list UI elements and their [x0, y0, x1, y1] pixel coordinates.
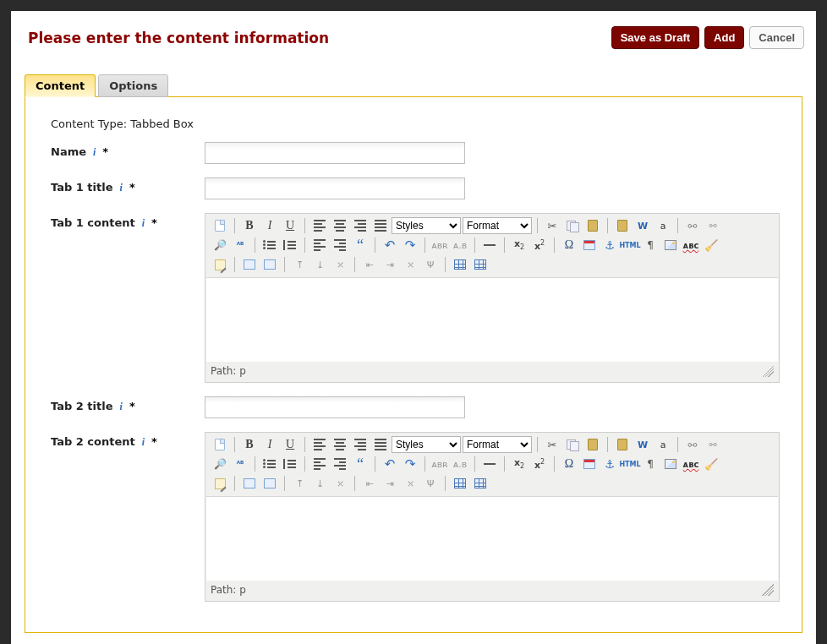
tab1-title-input[interactable] [205, 177, 465, 199]
undo-icon[interactable]: ↶ [381, 456, 399, 472]
row-delete-icon[interactable]: ⤫ [331, 256, 349, 273]
col-delete-icon[interactable]: ⤬ [401, 256, 419, 273]
cell-props-icon[interactable] [240, 475, 259, 492]
rte-editor-area[interactable] [206, 496, 778, 581]
underline-icon[interactable]: U [281, 217, 299, 234]
cell-props-icon[interactable] [240, 256, 259, 273]
editcss-icon[interactable] [211, 256, 229, 273]
align-right-icon[interactable] [351, 217, 370, 234]
col-before-icon[interactable]: ⇤ [360, 256, 379, 273]
insertdate-icon[interactable] [580, 237, 599, 254]
rte-editor-area[interactable] [206, 277, 778, 362]
align-full-icon[interactable] [371, 436, 390, 453]
link-icon[interactable]: ⚯ [683, 436, 702, 453]
split-icon[interactable]: Ψ [421, 256, 440, 273]
rte-path-value[interactable]: p [239, 365, 246, 377]
info-icon[interactable]: i [120, 182, 123, 194]
find-icon[interactable]: 🔎 [211, 456, 229, 472]
newdoc-icon[interactable] [211, 217, 229, 234]
insert-image-icon[interactable] [661, 456, 680, 472]
anchor-icon[interactable]: ⚓ [600, 237, 619, 254]
outdent-icon[interactable] [310, 237, 329, 254]
redo-icon[interactable]: ↷ [401, 456, 419, 472]
tab2-title-input[interactable] [205, 396, 465, 418]
cleanup-icon[interactable]: 🧹 [702, 456, 720, 472]
redo-icon[interactable]: ↷ [401, 237, 419, 254]
add-button[interactable]: Add [704, 26, 744, 49]
blockquote-icon[interactable]: “ [351, 237, 370, 254]
html-icon[interactable]: HTML [621, 237, 639, 254]
replace-icon[interactable]: ᴬᴮ [231, 237, 249, 254]
info-icon[interactable]: i [120, 401, 123, 413]
undo-icon[interactable]: ↶ [381, 237, 399, 254]
indent-icon[interactable] [331, 456, 349, 472]
rte-path-value[interactable]: p [239, 584, 246, 596]
col-after-icon[interactable]: ⇥ [381, 475, 399, 492]
unordered-list-icon[interactable] [260, 456, 279, 472]
resize-grip-icon[interactable] [762, 584, 774, 596]
ordered-list-icon[interactable] [281, 456, 299, 472]
align-right-icon[interactable] [351, 436, 370, 453]
info-icon[interactable]: i [93, 146, 96, 159]
paste-word-icon[interactable]: W [633, 436, 652, 453]
cancel-button[interactable]: Cancel [749, 26, 804, 49]
bold-icon[interactable]: B [240, 436, 259, 453]
name-input[interactable] [205, 142, 465, 164]
newdoc-icon[interactable] [211, 436, 229, 453]
copy-icon[interactable] [563, 217, 582, 234]
format-select[interactable]: Format [463, 217, 532, 234]
tab-content[interactable]: Content [25, 74, 96, 97]
split-icon[interactable]: Ψ [421, 475, 440, 492]
spellcheck-icon[interactable]: ᴀʙᴄ [682, 456, 700, 472]
cleanup-icon[interactable]: 🧹 [702, 237, 720, 254]
tab-options[interactable]: Options [98, 74, 168, 97]
paste-text-icon[interactable] [613, 436, 632, 453]
insertdate-icon[interactable] [580, 456, 599, 472]
bold-icon[interactable]: B [240, 217, 259, 234]
outdent-icon[interactable] [310, 456, 329, 472]
replace-icon[interactable]: ᴬᴮ [231, 456, 249, 472]
hr-icon[interactable] [480, 456, 499, 472]
insert-table-icon[interactable] [451, 256, 469, 273]
paste-icon[interactable] [583, 217, 602, 234]
ordered-list-icon[interactable] [281, 237, 299, 254]
info-icon[interactable]: i [142, 217, 145, 230]
link-icon[interactable]: ⚯ [683, 217, 702, 234]
find-icon[interactable]: 🔎 [211, 237, 229, 254]
unordered-list-icon[interactable] [260, 237, 279, 254]
acronym-icon[interactable]: ᴀ.ʙ [451, 456, 469, 472]
showblocks-icon[interactable]: ¶ [641, 237, 660, 254]
html-icon[interactable]: HTML [621, 456, 639, 472]
italic-icon[interactable]: I [260, 217, 279, 234]
cut-icon[interactable]: ✂ [543, 436, 561, 453]
subscript-icon[interactable]: x2 [510, 237, 529, 254]
styles-select[interactable]: Styles [392, 217, 461, 234]
blockquote-icon[interactable]: “ [351, 456, 370, 472]
cell-merge-icon[interactable] [260, 475, 279, 492]
unlink-icon[interactable]: ⚯ [704, 436, 722, 453]
col-delete-icon[interactable]: ⤬ [401, 475, 419, 492]
paste-text-icon[interactable] [613, 217, 632, 234]
specialchar-icon[interactable]: Ω [560, 237, 578, 254]
abbr-icon[interactable]: ᴀʙʀ [430, 456, 449, 472]
align-center-icon[interactable] [331, 217, 349, 234]
insert-table-icon[interactable] [451, 475, 469, 492]
indent-icon[interactable] [331, 237, 349, 254]
insert-image-icon[interactable] [661, 237, 680, 254]
showblocks-icon[interactable]: ¶ [641, 456, 660, 472]
anchor-icon[interactable]: ⚓ [600, 456, 619, 472]
acronym-icon[interactable]: ᴀ.ʙ [451, 237, 469, 254]
row-after-icon[interactable]: ⤓ [310, 475, 329, 492]
table-props-icon[interactable] [471, 475, 490, 492]
cut-icon[interactable]: ✂ [543, 217, 561, 234]
row-after-icon[interactable]: ⤓ [310, 256, 329, 273]
hr-icon[interactable] [480, 237, 499, 254]
table-props-icon[interactable] [471, 256, 490, 273]
superscript-icon[interactable]: x2 [530, 237, 549, 254]
subscript-icon[interactable]: x2 [510, 456, 529, 472]
spellcheck-icon[interactable]: ᴀʙᴄ [682, 237, 700, 254]
row-before-icon[interactable]: ⤒ [290, 475, 309, 492]
align-center-icon[interactable] [331, 436, 349, 453]
col-after-icon[interactable]: ⇥ [381, 256, 399, 273]
row-before-icon[interactable]: ⤒ [290, 256, 309, 273]
